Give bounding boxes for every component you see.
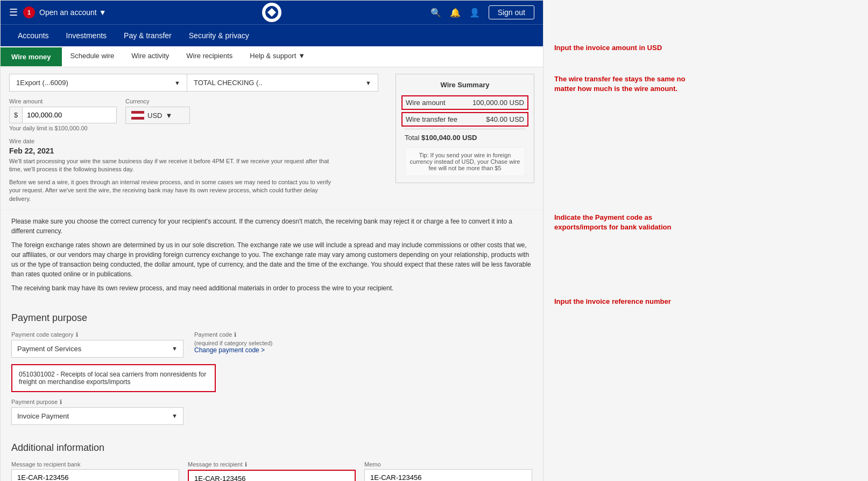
tab-wire-recipients[interactable]: Wire recipients: [178, 46, 241, 67]
payment-category-label: Payment code category ℹ: [11, 331, 184, 338]
wire-date-section: Wire date Feb 22, 2021 We'll start proce…: [9, 138, 378, 203]
message-recipient-label: Message to recipient ℹ: [188, 461, 356, 468]
sign-out-button[interactable]: Sign out: [489, 5, 534, 19]
annotation-2: The wire transfer fee stays the same no …: [554, 74, 694, 94]
tab-wire-activity[interactable]: Wire activity: [123, 46, 178, 67]
change-payment-code-link[interactable]: Change payment code >: [194, 346, 383, 354]
nav-security-privacy[interactable]: Security & privacy: [180, 25, 258, 46]
from-account-dropdown[interactable]: 1Export (...6009) ▼: [9, 74, 187, 92]
daily-limit-text: Your daily limit is $100,000.00: [9, 125, 117, 131]
wire-amount-label: Wire amount: [9, 98, 117, 104]
msg-recipient-info-icon[interactable]: ℹ: [245, 461, 247, 468]
help-support-label: Help & support: [250, 52, 296, 60]
currency-chevron: ▼: [165, 111, 172, 120]
main-navigation: Accounts Investments Pay & transfer Secu…: [1, 24, 543, 46]
form-top-section: 1Export (...6009) ▼ TOTAL CHECKING (.. ▼…: [1, 67, 543, 210]
summary-fee-label: Wire transfer fee: [406, 115, 457, 123]
payment-purpose-title: Payment purpose: [1, 304, 543, 324]
tab-help-support[interactable]: Help & support ▼: [241, 46, 314, 67]
payment-purpose-label: Payment purpose ℹ: [11, 399, 532, 406]
dollar-input-wrapper: $: [9, 107, 117, 123]
wire-amount-input[interactable]: [23, 107, 116, 123]
amount-currency-row: Wire amount $ Your daily limit is $100,0…: [9, 98, 378, 131]
message-bank-input[interactable]: [11, 469, 179, 481]
open-account-label: Open an account: [39, 8, 97, 17]
currency-field: Currency USD ▼: [125, 98, 190, 124]
annotation-1: Input the invoice amount in USD: [554, 43, 694, 53]
wire-summary-title: Wire Summary: [405, 81, 525, 89]
payment-code-col: Payment code ℹ (required if category sel…: [194, 331, 383, 358]
bell-icon[interactable]: 🔔: [450, 8, 461, 18]
wire-total-row: Total $100,040.00 USD: [405, 129, 525, 142]
wire-date-value: Feb 22, 2021: [9, 147, 378, 155]
currency-value: USD: [147, 111, 162, 120]
summary-total-value: $100,040.00 USD: [421, 134, 477, 142]
sub-navigation: Wire money Schedule wire Wire activity W…: [1, 46, 543, 67]
annotations-panel: Input the invoice amount in USD The wire…: [544, 0, 705, 481]
purpose-chevron: ▼: [172, 413, 178, 419]
wire-summary-tip: Tip: If you send your wire in foreign cu…: [405, 147, 525, 176]
purpose-value: Invoice Payment: [17, 412, 69, 420]
category-value: Payment of Services: [17, 345, 81, 353]
wire-money-tab[interactable]: Wire money: [1, 47, 62, 66]
memo-input[interactable]: [364, 469, 532, 481]
hamburger-icon[interactable]: ☰: [9, 6, 18, 18]
payment-category-dropdown[interactable]: Payment of Services ▼: [11, 340, 184, 358]
payment-purpose-row: Payment purpose ℹ Invoice Payment ▼: [1, 399, 543, 434]
search-icon[interactable]: 🔍: [431, 8, 441, 18]
from-chevron: ▼: [174, 80, 180, 86]
form-left-panel: 1Export (...6009) ▼ TOTAL CHECKING (.. ▼…: [1, 67, 387, 210]
to-chevron: ▼: [365, 80, 371, 86]
wire-amount-summary-row: Wire amount 100,000.00 USD: [401, 95, 528, 110]
info-text-3: The receiving bank may have its own revi…: [11, 283, 532, 293]
from-account-label: 1Export (...6009): [16, 79, 68, 87]
payment-code-value-box: 0510301002 - Receipts of local sea carri…: [11, 364, 216, 392]
currency-dropdown[interactable]: USD ▼: [125, 107, 190, 124]
payment-purpose-section: Payment purpose Payment code category ℹ …: [1, 304, 543, 434]
purpose-info-icon[interactable]: ℹ: [60, 399, 62, 406]
person-icon[interactable]: 👤: [469, 8, 480, 18]
summary-total-label: Total: [405, 134, 419, 142]
wire-summary-panel: Wire Summary Wire amount 100,000.00 USD …: [387, 67, 543, 210]
summary-fee-value: $40.00 USD: [486, 115, 524, 123]
nav-investments[interactable]: Investments: [58, 25, 115, 46]
svg-marker-0: [267, 8, 276, 17]
payment-purpose-dropdown[interactable]: Invoice Payment ▼: [11, 407, 184, 425]
payment-category-col: Payment code category ℹ Payment of Servi…: [11, 331, 184, 358]
info-text-1: Please make sure you choose the correct …: [11, 217, 532, 236]
category-info-icon[interactable]: ℹ: [76, 331, 78, 338]
memo-col: Memo Your recipient won't see this; it's…: [364, 461, 532, 481]
annotation-4: Input the invoice reference number: [554, 297, 694, 306]
additional-info-section: Additional information Message to recipi…: [1, 434, 543, 481]
top-right-icons: 🔍 🔔 👤 Sign out: [431, 5, 534, 19]
tab-schedule-wire[interactable]: Schedule wire: [62, 46, 123, 67]
nav-pay-transfer[interactable]: Pay & transfer: [115, 25, 180, 46]
memo-label: Memo: [364, 461, 532, 468]
chase-logo: [262, 3, 281, 22]
account-dropdowns: 1Export (...6009) ▼ TOTAL CHECKING (.. ▼: [9, 74, 378, 92]
message-bank-col: Message to recipient bank Maximum 85 cha…: [11, 461, 179, 481]
message-recipient-col: Message to recipient ℹ Maximum 140 chara…: [188, 461, 356, 481]
notification-badge[interactable]: 1: [23, 6, 35, 18]
info-section-1: Please make sure you choose the correct …: [1, 210, 543, 304]
message-recipient-input[interactable]: [188, 470, 356, 481]
nav-accounts[interactable]: Accounts: [9, 25, 58, 46]
wire-fee-summary-row: Wire transfer fee $40.00 USD: [401, 112, 528, 127]
dropdown-chevron: ▼: [99, 8, 107, 17]
wire-date-note2: Before we send a wire, it goes through a…: [9, 178, 332, 203]
summary-amount-label: Wire amount: [406, 99, 446, 107]
dollar-sign: $: [10, 107, 23, 123]
additional-info-fields: Message to recipient bank Maximum 85 cha…: [11, 461, 532, 481]
summary-amount-value: 100,000.00 USD: [472, 99, 524, 107]
info-text-2: The foreign exchange rates shown are det…: [11, 240, 532, 279]
payment-code-info-icon[interactable]: ℹ: [234, 331, 236, 338]
to-account-label: TOTAL CHECKING (..: [194, 79, 263, 87]
top-navigation: ☰ 1 Open an account ▼ 🔍 🔔 👤 Sign out: [1, 1, 543, 24]
annotation-3: Indicate the Payment code as exports/imp…: [554, 213, 694, 232]
us-flag-icon: [131, 111, 144, 120]
to-account-dropdown[interactable]: TOTAL CHECKING (.. ▼: [187, 74, 378, 92]
payment-code-required: (required if category selected): [194, 340, 383, 346]
open-account-dropdown[interactable]: Open an account ▼: [39, 8, 107, 17]
chase-logo-svg: [267, 8, 276, 17]
wire-amount-field: Wire amount $ Your daily limit is $100,0…: [9, 98, 117, 131]
